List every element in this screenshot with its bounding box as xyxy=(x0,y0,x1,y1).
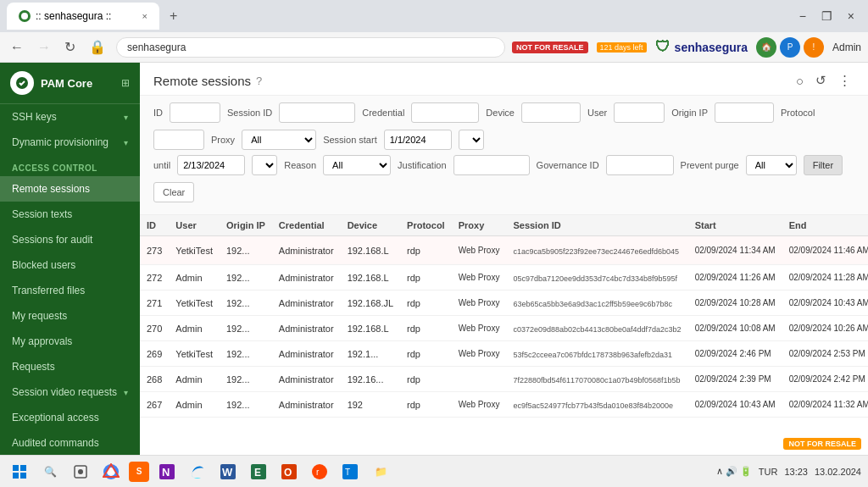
sidebar-item-my-approvals[interactable]: My approvals xyxy=(0,329,140,354)
sidebar-label-my-requests: My requests xyxy=(12,310,67,322)
governance-id-input[interactable] xyxy=(606,155,674,175)
taskbar-task-icon[interactable] xyxy=(68,459,93,484)
cell-end-4: 02/09/2024 2:53 PM xyxy=(782,341,868,367)
sidebar-item-my-requests[interactable]: My requests xyxy=(0,303,140,329)
more-options-button[interactable]: ⋮ xyxy=(835,71,854,90)
svg-text:O: O xyxy=(284,467,292,479)
cell-protocol-3: rdp xyxy=(400,316,452,341)
cell-user-3: Admin xyxy=(169,316,220,341)
until-input[interactable] xyxy=(177,155,245,175)
user-filter-input[interactable] xyxy=(614,102,665,123)
cell-credential-4: Administrator xyxy=(272,341,341,367)
session-start-select[interactable] xyxy=(459,130,484,150)
table-row: 270 Admin 192... Administrator 192.168.L… xyxy=(140,316,868,341)
minimize-button[interactable]: − xyxy=(793,8,813,25)
sidebar-item-exceptional-access[interactable]: Exceptional access xyxy=(0,405,140,430)
clear-button[interactable]: Clear xyxy=(153,182,194,202)
proxy-select[interactable]: All Web Proxy xyxy=(242,130,316,150)
grid-icon[interactable]: ⊞ xyxy=(121,77,130,89)
cell-end-5: 02/09/2024 2:42 PM xyxy=(782,367,868,392)
maximize-button[interactable]: ❐ xyxy=(815,8,839,25)
main-content: Remote sessions ? ○ ↺ ⋮ ID Session ID Cr… xyxy=(140,63,868,487)
tab-close-button[interactable]: × xyxy=(142,11,147,21)
close-button[interactable]: × xyxy=(841,8,861,25)
taskbar-windows-icon[interactable] xyxy=(7,459,32,484)
svg-rect-3 xyxy=(20,465,26,471)
new-tab-button[interactable]: + xyxy=(163,5,184,27)
taskbar-edge-icon[interactable] xyxy=(185,459,210,484)
taskbar-search-icon[interactable]: 🔍 xyxy=(37,459,63,484)
taskbar-chrome-icon[interactable] xyxy=(98,459,124,484)
sidebar-label-blocked-users: Blocked users xyxy=(12,259,75,271)
avatar-3[interactable]: ! xyxy=(804,37,824,58)
credential-input[interactable] xyxy=(411,102,479,123)
cell-origin-ip-3: 192... xyxy=(220,316,272,341)
sidebar-label-audited: Audited commands xyxy=(12,437,99,449)
sidebar-label-session-video: Session video requests xyxy=(12,386,117,398)
cell-id-2: 271 xyxy=(140,291,169,316)
browser-tab[interactable]: :: senhasegura :: × xyxy=(7,3,159,30)
sidebar-item-remote-sessions[interactable]: Remote sessions xyxy=(0,176,140,202)
reload-icon[interactable]: ↻ xyxy=(61,36,79,58)
taskbar-misc1-icon[interactable]: E xyxy=(246,459,271,484)
cell-protocol-0: rdp xyxy=(400,236,452,265)
svg-rect-5 xyxy=(20,473,26,479)
session-id-input[interactable] xyxy=(279,102,355,123)
taskbar-misc2-icon[interactable]: O xyxy=(276,459,302,484)
sidebar-item-audited-commands[interactable]: Audited commands xyxy=(0,430,140,456)
brand-logo: 🛡 senhasegura xyxy=(655,38,748,56)
cell-proxy-5 xyxy=(452,367,507,392)
sidebar-logo-text: PAM Core xyxy=(41,77,92,90)
justification-input[interactable] xyxy=(453,155,530,175)
taskbar-misc4-icon[interactable]: T xyxy=(337,459,363,484)
cell-device-5: 192.16... xyxy=(341,367,400,392)
cell-user-4: YetkiTest xyxy=(169,341,220,367)
cell-id-1: 272 xyxy=(140,265,169,291)
cell-id-0: 273 xyxy=(140,236,169,265)
until-select[interactable] xyxy=(252,155,277,175)
cell-proxy-1: Web Proxy xyxy=(452,265,507,291)
sidebar-item-ssh-keys[interactable]: SSH keys ▾ xyxy=(0,104,140,130)
origin-ip-input[interactable] xyxy=(715,102,774,123)
reason-select[interactable]: All xyxy=(323,155,391,175)
sidebar-item-dynamic-provisioning[interactable]: Dynamic provisioning ▾ xyxy=(0,130,140,155)
svg-rect-2 xyxy=(13,465,19,471)
avatar-2[interactable]: P xyxy=(780,37,800,58)
taskbar-onenote-icon[interactable]: N xyxy=(154,459,180,484)
protocol-input[interactable] xyxy=(153,130,204,150)
id-input[interactable] xyxy=(170,102,220,123)
cell-proxy-2: Web Proxy xyxy=(452,291,507,316)
col-id: ID xyxy=(140,215,169,236)
refresh-icon-button[interactable]: ○ xyxy=(793,71,807,90)
sidebar-item-session-video[interactable]: Session video requests ▾ xyxy=(0,379,140,405)
help-icon[interactable]: ? xyxy=(256,75,262,87)
sessions-table: ID User Origin IP Credential Device Prot… xyxy=(140,215,868,418)
prevent-purge-select[interactable]: All Yes No xyxy=(746,155,797,175)
brand-name: senhasegura xyxy=(675,41,748,54)
filters-panel: ID Session ID Credential Device User Ori… xyxy=(140,96,868,215)
cell-device-4: 192.1... xyxy=(341,341,400,367)
sidebar-item-sessions-audit[interactable]: Sessions for audit xyxy=(0,227,140,252)
filter-button[interactable]: Filter xyxy=(804,155,843,175)
taskbar-misc3-icon[interactable]: r xyxy=(307,459,332,484)
session-start-input[interactable] xyxy=(384,130,452,150)
sidebar-item-transferred-files[interactable]: Transferred files xyxy=(0,278,140,303)
cell-start-2: 02/09/2024 10:28 AM xyxy=(688,291,782,316)
sidebar-item-session-texts[interactable]: Session texts xyxy=(0,202,140,227)
taskbar-folder-icon[interactable]: 📁 xyxy=(368,459,393,484)
cell-end-3: 02/09/2024 10:26 AM xyxy=(782,316,868,341)
ssh-keys-arrow: ▾ xyxy=(124,113,128,122)
cell-end-2: 02/09/2024 10:43 AM xyxy=(782,291,868,316)
address-bar[interactable]: senhasegura xyxy=(116,37,505,58)
sidebar-item-blocked-users[interactable]: Blocked users xyxy=(0,252,140,278)
forward-icon: → xyxy=(34,36,54,58)
device-input[interactable] xyxy=(521,102,581,123)
cell-origin-ip-5: 192... xyxy=(220,367,272,392)
justification-label: Justification xyxy=(398,160,446,170)
sync-icon-button[interactable]: ↺ xyxy=(812,71,830,90)
cell-device-6: 192 xyxy=(341,392,400,418)
taskbar-snagit-icon[interactable]: S xyxy=(129,462,149,482)
avatar-1[interactable]: 🏠 xyxy=(756,37,776,58)
taskbar-word-icon[interactable]: W xyxy=(215,459,241,484)
sidebar-item-requests[interactable]: Requests xyxy=(0,354,140,379)
